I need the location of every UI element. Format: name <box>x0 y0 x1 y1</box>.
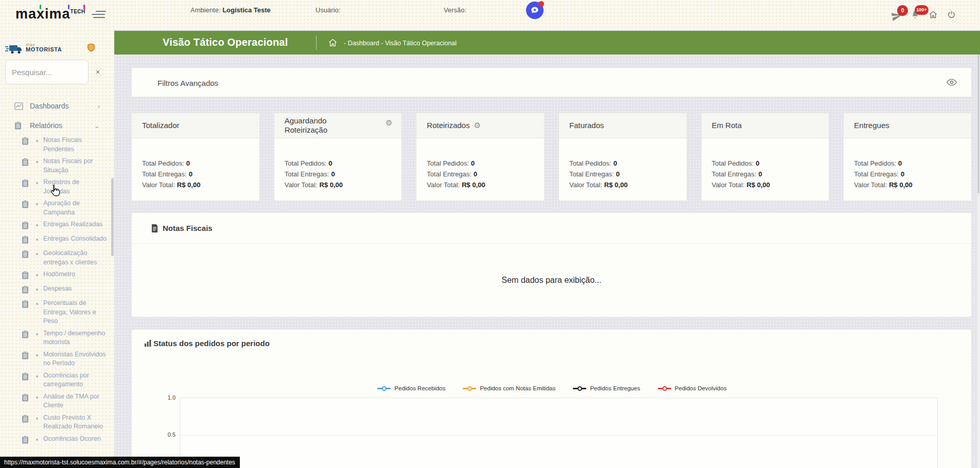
card-label: Valor Total: <box>142 181 175 189</box>
sidebar-report-item[interactable]: Geolocalização entregas x clientes <box>0 247 114 268</box>
report-label: Entregas Consolidado <box>43 235 107 246</box>
card-value: R$ 0,00 <box>177 181 201 189</box>
report-label: Análise de TMA por Cliente <box>43 392 107 410</box>
card-settings-gear-icon[interactable]: ⚙ <box>474 121 481 130</box>
report-icon <box>22 350 29 368</box>
home-icon[interactable] <box>929 11 937 21</box>
summary-card-totalizador: Totalizador Total Pedidos:0 Total Entreg… <box>131 113 260 201</box>
notifications-badge: 100+ <box>915 5 929 15</box>
legend-marker <box>463 388 476 389</box>
card-label: Total Pedidos: <box>427 159 469 167</box>
sidebar-report-item[interactable]: Custo Previsto X Realizado Romaneio <box>0 412 114 433</box>
sidebar-report-item[interactable]: Notas Fiscais Pendentes <box>0 134 114 155</box>
legend-label: Pedidos Recebidos <box>394 385 445 391</box>
card-value: 0 <box>614 159 617 167</box>
chat-bubble-icon <box>530 5 540 15</box>
bullet-dot <box>36 289 38 291</box>
legend-item-pedidos-devolvidos[interactable]: Pedidos Devolvidos <box>658 385 727 391</box>
summary-card-em-rota: Em Rota Total Pedidos:0 Total Entregas:0… <box>701 113 830 201</box>
search-clear-button[interactable]: × <box>96 68 100 76</box>
sidebar-report-item[interactable]: Percentuais de Entrega, Valores e Peso <box>0 297 114 328</box>
search-input[interactable] <box>5 60 89 84</box>
report-icon <box>22 157 29 175</box>
report-icon <box>22 329 29 347</box>
reports-submenu: Notas Fiscais Pendentes Notas Fiscais po… <box>0 134 114 447</box>
card-label: Total Pedidos: <box>712 159 754 167</box>
card-value: 0 <box>616 170 620 178</box>
logo-green-tick <box>40 5 41 9</box>
legend-item-pedidos-entregues[interactable]: Pedidos Entregues <box>573 385 640 391</box>
report-label: Custo Previsto X Realizado Romaneio <box>43 413 107 431</box>
page-title: Visão Tático Operacional <box>163 37 288 48</box>
sidebar-report-item[interactable]: Apuração de Campanha <box>0 197 114 219</box>
card-title: Faturados <box>569 121 604 130</box>
sidebar-report-item[interactable]: Ocorrências Ocoren <box>0 433 114 447</box>
card-value: 0 <box>474 170 477 178</box>
breadcrumb-home-icon[interactable] <box>328 39 337 49</box>
report-label: Ocorrências Ocoren <box>43 435 107 446</box>
reports-icon <box>14 121 23 130</box>
eye-icon[interactable] <box>947 78 957 88</box>
card-title: Totalizador <box>142 121 180 130</box>
menu-toggle-icon[interactable] <box>92 11 106 19</box>
breadcrumb: - Dashboard - Visão Tático Operacional <box>344 40 457 47</box>
bullet-dot <box>36 274 38 276</box>
sidebar-report-item[interactable]: Registros de Jornadas <box>0 176 114 197</box>
sidebar-item-relatorios[interactable]: Relatórios ⌄ <box>0 117 114 134</box>
empty-state-message: Sem dados para exibição... <box>132 244 971 317</box>
sidebar-report-item[interactable]: Análise de TMA por Cliente <box>0 391 114 412</box>
page-scrollbar[interactable] <box>977 55 980 468</box>
environment-info: Ambiente: Logística Teste <box>190 0 271 30</box>
sidebar-report-item[interactable]: Entregas Realizadas <box>0 219 114 233</box>
logo-blue-tick <box>68 5 69 9</box>
card-value: 0 <box>756 159 759 167</box>
max-motorista-logo: max MOTORISTA <box>5 43 114 57</box>
sidebar-report-item[interactable]: Hodômetro <box>0 268 114 283</box>
report-label: Motoristas Envolvidos no Período <box>43 350 107 368</box>
card-value: 0 <box>901 170 904 178</box>
support-chat-button[interactable] <box>526 2 544 19</box>
legend-marker <box>573 388 586 389</box>
maximatech-logo: maximaTECH <box>15 6 93 25</box>
sidebar-report-item[interactable]: Tempo / desempenho motorista <box>0 328 114 349</box>
top-header: maximaTECH Ambiente: Logística Teste Usu… <box>0 0 980 30</box>
report-label: Registros de Jornadas <box>43 178 107 196</box>
logout-icon[interactable] <box>948 11 955 21</box>
report-label: Entregas Realizadas <box>43 220 107 231</box>
legend-item-pedidos-recebidos[interactable]: Pedidos Recebidos <box>377 385 445 391</box>
logo-brand-text: maxima <box>15 6 71 22</box>
sidebar-item-dashboards[interactable]: Dashboards › <box>0 98 114 114</box>
legend-label: Pedidos com Notas Emitidas <box>480 385 555 391</box>
report-icon <box>22 371 29 389</box>
report-label: Hodômetro <box>43 270 107 281</box>
sidebar-report-item[interactable]: Ocorrências por carregamento <box>0 370 114 391</box>
bullet-dot <box>36 203 38 205</box>
sidebar-report-item[interactable]: Despesas <box>0 283 114 297</box>
card-label: Valor Total: <box>854 181 887 189</box>
send-badge: 0 <box>897 5 908 16</box>
card-label: Total Entregas: <box>569 170 614 178</box>
sidebar-report-item[interactable]: Motoristas Envolvidos no Período <box>0 349 114 370</box>
card-value: R$ 0,00 <box>747 181 771 189</box>
report-icon <box>22 270 29 281</box>
report-icon <box>22 235 29 246</box>
version-info: Versão: <box>444 0 466 30</box>
shield-icon <box>87 43 95 54</box>
version-label: Versão: <box>444 6 466 14</box>
sidebar: max MOTORISTA × Dashboards › Relatórios … <box>0 30 114 468</box>
legend-label: Pedidos Devolvidos <box>675 385 727 391</box>
bullet-dot <box>36 333 38 335</box>
sidebar-report-item[interactable]: Entregas Consolidado <box>0 233 114 247</box>
chat-notification-dot <box>538 1 544 7</box>
bullet-dot <box>36 439 38 441</box>
report-icon <box>22 435 29 446</box>
card-settings-gear-icon[interactable]: ⚙ <box>386 118 392 128</box>
legend-item-pedidos-com-notas-emitidas[interactable]: Pedidos com Notas Emitidas <box>463 385 555 391</box>
filters-title: Filtros Avançados <box>157 79 218 87</box>
card-label: Total Pedidos: <box>285 159 327 167</box>
sidebar-report-item[interactable]: Notas Fiscais por Situação <box>0 155 114 176</box>
card-label: Valor Total: <box>569 181 602 189</box>
bar-chart-icon <box>144 339 152 347</box>
gridline-0-5 <box>180 435 937 436</box>
sidebar-scrollbar[interactable] <box>111 178 114 256</box>
